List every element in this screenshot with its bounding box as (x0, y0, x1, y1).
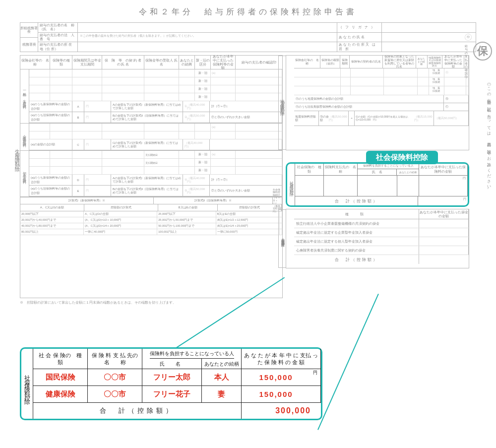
life-h7: 新・旧の区分 (195, 56, 211, 69)
calc-h2a: B又はEの金額 (158, 204, 217, 211)
co-h1: 社 会 保 険の 種 類 (33, 349, 88, 369)
life-vtab: 生命保険料控除 (11, 145, 20, 166)
eq-h3: 保険期間 (340, 56, 350, 68)
co-total-value: 300,000 (242, 403, 321, 419)
cr: 20,000円以下 (20, 211, 84, 217)
small-enterprise-panel: 小規模企業共済等掛金控除 種 類あなたが本年中に支払った掛金の金額 独立行政法人… (286, 209, 469, 268)
connector-line (317, 294, 379, 430)
social-vtab: 社会保険料控除 (287, 164, 295, 205)
life-note1: Aの金額を下の計算式Ⅰ（新保険料等用）に当てはめて計算した金額 (111, 101, 183, 112)
sm-vtab: 小規模企業共済等掛金控除 (278, 209, 286, 268)
co-total-label: 合 計（控除額） (33, 403, 242, 419)
co-h2: 保 険 料 支 払 先の 名 称 (88, 349, 142, 369)
sm-r4: 心身障害者扶養共済制度に関する契約の掛金 (294, 246, 419, 255)
co-h4: あ な た が 本 年 中 に 支払 っ た 保 険 料 の 金 額 (242, 349, 321, 369)
calc-h3: 生命保険料控除額計（イ＋ロ＋ハ）（最高120,000円） (273, 197, 282, 204)
life-h1: 保険会社等の 名 称 (20, 56, 50, 69)
life-h3: 保険期間又は年金支払期間 (72, 56, 102, 69)
earthquake-panel: 地震保険料控除 保険会社等の 名 称 保険等の種類（目的） 保険期間 保険等の契… (286, 55, 469, 150)
your-addr-field[interactable] (382, 42, 476, 52)
cr: A、C又はDの全額 (84, 211, 157, 217)
eq-sum2: Ⓐのうち旧長期損害保険料の金額の合計額 (294, 103, 444, 111)
soc-h1: 社会保険の 種 類 (295, 164, 324, 175)
life-section-care: 介護医療保険料 (a) (a)の金額の合計額C円Cの金額を下の計算式Ⅰ（新保険料… (20, 124, 282, 151)
cell-E: E (72, 186, 84, 196)
life-row[interactable]: 新・旧 (29, 167, 282, 175)
cr: 25,000円以下 (157, 211, 216, 217)
callout-row: 健康保険 〇〇市 フリー花子 妻 150,000 (33, 386, 321, 403)
life-h9: 給与の支払者の確認印 (236, 56, 282, 69)
life-h8: あなたが本年中に支払った保険料等の金額 (211, 56, 236, 69)
cr: (A、C又はD)×1/2＋10,000円 (84, 217, 157, 223)
your-name-label: あなたの氏名 (337, 33, 382, 42)
calc-max: ②と③のいずれか大きい金額 (210, 112, 282, 123)
life-row[interactable]: 新・旧 (29, 93, 282, 101)
sm-total-value[interactable] (419, 255, 469, 264)
life-row[interactable]: 新・旧(a) (29, 69, 282, 77)
social-tab-label: 社会保険料控除 (366, 151, 438, 164)
soc-h4: あなたが本年中に支払った保険料の金額 (419, 164, 468, 175)
eq-row[interactable]: 地 震旧長期 (294, 86, 469, 95)
calc-h2: 計算式Ⅱ（旧保険料等用）※ (154, 197, 273, 204)
co-payee: 〇〇市 (88, 386, 142, 402)
payer-name-field[interactable] (78, 23, 337, 32)
calc-table: 計算式Ⅰ（新保険料等用）※計算式Ⅱ（旧保険料等用）※生命保険料控除額計（イ＋ロ＋… (20, 197, 282, 235)
eq-h4: 保険等の契約者の氏名 (350, 56, 383, 68)
sm-v2[interactable] (419, 228, 469, 237)
cr: 40,001円から80,000円まで (20, 223, 84, 229)
social-insurance-highlight: 社会保険料控除 社会保険料控除 社会保険の 種 類 保険料支払先の 名 称 保険… (286, 162, 469, 207)
cr: 一律に50,000円 (216, 229, 280, 235)
life-h2: 保険等の種 類 (50, 56, 72, 69)
cr: (B又はE)×1/2＋12,500円 (216, 217, 280, 223)
life-h6: あなたとの続柄 (179, 56, 195, 69)
social-callout: 社会保険料控除 社 会 保 険の 種 類 保 険 料 支 払 先の 名 称 保険… (20, 347, 322, 420)
soc-total-value[interactable]: 円 (418, 196, 468, 205)
eq-vtab: 地震保険料控除 (278, 56, 286, 150)
sm-v3[interactable] (419, 237, 469, 246)
payer-corp-note: ※この申告書の提出を受けた給与の支払者（個人を除きます。）が記載してください。 (78, 33, 337, 42)
cr: 20,001円から40,000円まで (20, 217, 84, 223)
life-row[interactable]: (a) (29, 124, 282, 131)
life-row[interactable]: 支払開始日新・旧 (29, 159, 282, 167)
eq-h8: あなたが本年中に支払った保険料等の金額 (442, 56, 464, 68)
eq-h2: 保険等の種類（目的） (320, 56, 340, 68)
life-h4: 保 険 等 の契 約 者 の 氏 名 (102, 56, 144, 69)
eq-row[interactable]: 地 震旧長期 (294, 77, 469, 86)
eq-row[interactable]: 地 震旧長期Ⓐ (294, 68, 469, 77)
cell-A: A (72, 101, 84, 112)
soc-body[interactable]: 円 (295, 176, 468, 196)
life-section-general: 一般の生命保険料 新・旧(a) 新・旧 新・旧 新・旧 (a)のうち新保険料等の… (20, 69, 282, 124)
life-row[interactable]: 支払開始日新・旧(a) (29, 151, 282, 159)
tax-office-label: 税務署長 (20, 38, 38, 52)
life-row[interactable] (29, 131, 282, 139)
cr: 50,001円から100,000円まで (157, 223, 216, 229)
payer-corp-label: 給与の支払者の法 人 番 号 (38, 33, 78, 42)
co-payee: 〇〇市 (88, 369, 142, 385)
co-amount: 円150,000 (242, 369, 321, 385)
calc-h1b: 控除額の計算式 (84, 204, 158, 211)
seal-badge: 保 (473, 42, 492, 61)
furigana-field[interactable] (382, 23, 476, 32)
life-sum-new: (a)のうち新保険料等の金額の合計額 (29, 101, 72, 112)
life-row[interactable]: 新・旧 (29, 85, 282, 93)
life-section-pension: 個人年金保険料 支払開始日新・旧(a) 支払開始日新・旧 新・旧 (a)のうち新… (20, 151, 282, 197)
payer-addr-label: 給与の支払者の所 在 地（住 所） (38, 42, 78, 52)
stamp-icon: ㊞ (465, 34, 472, 41)
co-h3a: 氏 名 (142, 359, 202, 369)
payer-addr-field[interactable] (78, 42, 337, 52)
life-row[interactable]: 新・旧 (29, 77, 282, 85)
life-sec1-label: 一般の生命保険料 (20, 69, 29, 123)
page-title: 令和２年分 給与所得者の保険料控除申告書 (0, 0, 496, 22)
sm-v1[interactable] (419, 219, 469, 228)
co-rel: 本人 (202, 369, 242, 385)
eq-h7: 地震保険料又は旧長期損害保険料区分 (428, 56, 443, 68)
header-block: 所轄税務署長 税務署長 給与の支払者の名 称（氏 名） 給与の支払者の法 人 番… (20, 22, 476, 52)
cell-D: D (72, 175, 84, 185)
your-addr-label: あなたの住所又 は 居 所 (337, 42, 382, 52)
sm-v4[interactable] (419, 246, 469, 255)
your-name-field[interactable]: ㊞ (382, 33, 476, 42)
soc-h3b: あなたとの続柄 (397, 169, 419, 175)
cell-C: C (72, 139, 84, 150)
eq-h6: あなたとの続柄 (416, 56, 428, 68)
soc-h3a: 氏 名 (358, 169, 397, 175)
